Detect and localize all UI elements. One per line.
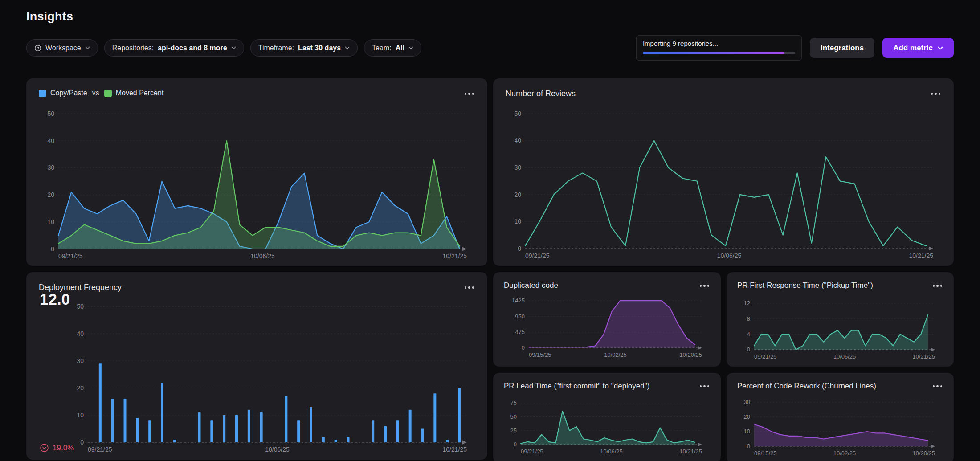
team-filter-prefix: Team: (372, 44, 392, 52)
chevron-down-icon (231, 46, 236, 49)
timeframe-filter-value: Last 30 days (298, 44, 341, 52)
svg-text:30: 30 (514, 164, 521, 171)
chevron-down-icon (408, 46, 413, 49)
card-title: Duplicated code (504, 281, 558, 290)
svg-text:40: 40 (77, 330, 84, 337)
card-title: Number of Reviews (506, 89, 576, 98)
import-progress-fill (643, 52, 784, 54)
svg-text:40: 40 (514, 137, 521, 144)
svg-text:30: 30 (77, 357, 84, 364)
svg-text:10/02/25: 10/02/25 (604, 351, 627, 358)
svg-text:10: 10 (47, 218, 54, 225)
svg-text:10/21/25: 10/21/25 (443, 253, 467, 260)
svg-text:475: 475 (515, 329, 525, 335)
svg-text:12: 12 (744, 300, 750, 306)
svg-text:09/21/25: 09/21/25 (525, 252, 550, 259)
svg-text:0: 0 (518, 245, 521, 252)
card-menu-button[interactable] (464, 283, 475, 292)
svg-text:10/20/25: 10/20/25 (679, 351, 702, 358)
svg-text:09/21/25: 09/21/25 (88, 446, 112, 453)
duplicated-code-chart: 0475950142509/15/2510/02/2510/20/25 (504, 293, 710, 363)
trend-down-icon (40, 443, 49, 453)
svg-text:20: 20 (77, 384, 84, 392)
svg-text:75: 75 (510, 400, 517, 406)
chevron-down-icon (938, 46, 943, 50)
svg-text:10: 10 (77, 412, 84, 419)
svg-text:0: 0 (747, 443, 750, 449)
svg-text:10/06/25: 10/06/25 (265, 446, 290, 453)
timeframe-filter[interactable]: Timeframe: Last 30 days (250, 39, 358, 57)
svg-text:30: 30 (47, 164, 54, 171)
svg-text:20: 20 (744, 413, 750, 420)
svg-text:20: 20 (47, 191, 54, 198)
card-title: PR First Response Time ("Pickup Time") (737, 281, 873, 290)
deployment-frequency-value: 12.0 (40, 290, 70, 308)
team-filter[interactable]: Team: All (364, 39, 421, 57)
card-menu-button[interactable] (932, 382, 943, 391)
import-progress-bar (643, 52, 795, 54)
svg-text:10/21/25: 10/21/25 (679, 448, 702, 455)
repositories-filter-value: api-docs and 8 more (158, 44, 227, 52)
card-duplicated-code: Duplicated code 0475950142509/15/2510/02… (493, 272, 721, 367)
legend-label-copy-paste[interactable]: Copy/Paste (50, 89, 87, 97)
percent-code-rework-chart: 010203009/15/2510/02/2510/20/25 (737, 393, 943, 460)
svg-text:0: 0 (522, 344, 525, 351)
svg-text:10: 10 (514, 218, 521, 225)
repositories-filter[interactable]: Repositories: api-docs and 8 more (104, 39, 244, 57)
card-menu-button[interactable] (930, 89, 942, 98)
card-title: PR Lead Time ("first commit" to "deploye… (504, 382, 649, 391)
svg-text:50: 50 (47, 110, 54, 117)
dashboard-grid: Copy/Paste vs Moved Percent 010203040500… (26, 78, 954, 460)
svg-text:20: 20 (514, 191, 521, 198)
card-menu-button[interactable] (932, 281, 943, 290)
legend-swatch-copy-paste[interactable] (39, 90, 46, 97)
legend-label-moved-percent[interactable]: Moved Percent (116, 89, 164, 97)
legend-swatch-moved-percent[interactable] (104, 90, 112, 97)
card-menu-button[interactable] (699, 281, 710, 290)
copy-paste-vs-moved-percent-chart: 0102030405009/21/2510/06/2510/21/25 (39, 101, 475, 261)
pr-lead-time-chart: 025507509/21/2510/06/2510/21/25 (504, 393, 710, 460)
deployment-delta-value: 19.0% (53, 444, 74, 453)
svg-text:10/21/25: 10/21/25 (909, 252, 934, 259)
workspace-icon (34, 45, 41, 52)
svg-text:50: 50 (510, 413, 517, 420)
insights-dashboard: Insights Workspace Repositories: api-doc… (0, 0, 980, 460)
svg-text:10/20/25: 10/20/25 (912, 450, 935, 457)
svg-text:50: 50 (514, 110, 521, 117)
filter-bar: Workspace Repositories: api-docs and 8 m… (26, 39, 636, 57)
svg-text:0: 0 (51, 245, 54, 252)
deployment-frequency-chart: 0102030405009/21/2510/06/2510/21/25 (68, 294, 475, 454)
card-title: Percent of Code Rework (Churned Lines) (737, 382, 876, 391)
add-metric-button[interactable]: Add metric (882, 38, 954, 58)
page-title: Insights (26, 10, 954, 24)
svg-text:09/15/25: 09/15/25 (529, 351, 551, 358)
integrations-button[interactable]: Integrations (810, 38, 874, 58)
svg-text:10/06/25: 10/06/25 (600, 448, 623, 455)
card-pr-lead-time: PR Lead Time ("first commit" to "deploye… (493, 373, 721, 461)
svg-text:09/21/25: 09/21/25 (521, 448, 543, 455)
add-metric-button-label: Add metric (893, 44, 933, 53)
svg-text:0: 0 (514, 441, 517, 448)
timeframe-filter-prefix: Timeframe: (258, 44, 294, 52)
card-number-of-reviews: Number of Reviews 0102030405009/21/2510/… (493, 78, 954, 266)
pr-first-response-time-chart: 0481209/21/2510/06/2510/21/25 (737, 293, 943, 363)
workspace-filter[interactable]: Workspace (26, 39, 98, 57)
number-of-reviews-chart: 0102030405009/21/2510/06/2510/21/25 (506, 101, 941, 261)
svg-text:40: 40 (47, 137, 54, 144)
card-menu-button[interactable] (699, 382, 710, 391)
legend-separator: vs (92, 89, 99, 97)
svg-text:10: 10 (744, 428, 750, 435)
toolbar-actions: Importing 9 repositories... Integrations… (636, 35, 954, 61)
import-status-panel: Importing 9 repositories... (636, 35, 802, 61)
svg-text:1425: 1425 (512, 297, 525, 304)
svg-text:10/06/25: 10/06/25 (250, 253, 275, 260)
repositories-filter-prefix: Repositories: (112, 44, 154, 52)
integrations-button-label: Integrations (821, 44, 864, 53)
svg-text:09/21/25: 09/21/25 (754, 353, 777, 360)
small-cards-column: Duplicated code 0475950142509/15/2510/02… (493, 272, 954, 460)
card-deployment-frequency: Deployment Frequency 12.0 0102030405009/… (26, 272, 487, 460)
import-status-text: Importing 9 repositories... (643, 40, 795, 47)
card-menu-button[interactable] (464, 89, 475, 98)
svg-text:09/21/25: 09/21/25 (58, 253, 83, 260)
card-percent-code-rework: Percent of Code Rework (Churned Lines) 0… (727, 373, 954, 461)
